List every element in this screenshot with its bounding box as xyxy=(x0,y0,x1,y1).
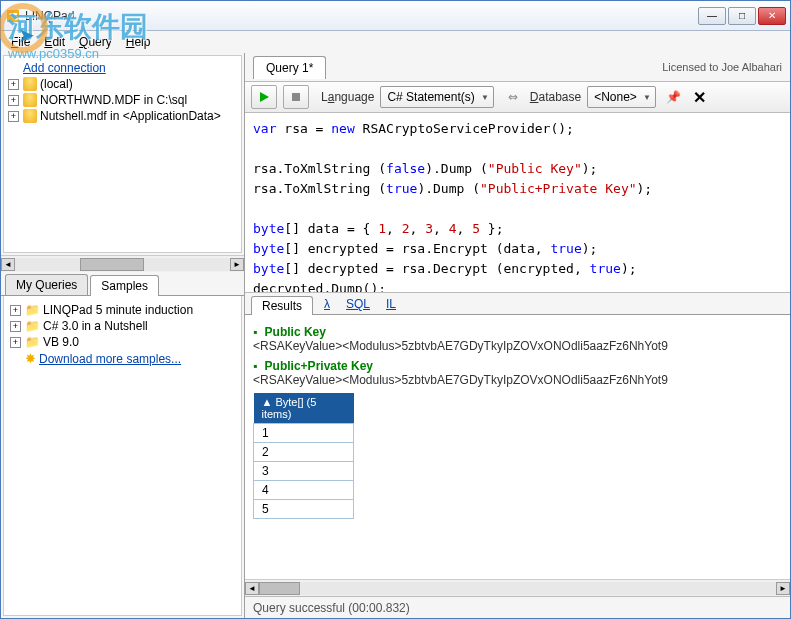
left-panel: Add connection + (local) + NORTHWND.MDF … xyxy=(1,53,245,618)
dump-xml: <RSAKeyValue><Modulus>5zbtvbAE7GDyTkyIpZ… xyxy=(253,339,782,353)
toolbar: Language C# Statement(s) ⇔ Database <Non… xyxy=(245,81,790,113)
titlebar: LINQPad — □ ✕ xyxy=(1,1,790,31)
query-tab[interactable]: Query 1* xyxy=(253,56,326,79)
result-tabs: Results λ SQL IL xyxy=(245,293,790,315)
tab-results[interactable]: Results xyxy=(251,296,313,315)
menu-file[interactable]: File xyxy=(5,33,36,51)
language-combo[interactable]: C# Statement(s) xyxy=(380,86,493,108)
close-button[interactable]: ✕ xyxy=(758,7,786,25)
tab-sql[interactable]: SQL xyxy=(338,295,378,314)
menu-edit[interactable]: Edit xyxy=(38,33,71,51)
statusbar: Query successful (00:00.832) xyxy=(245,596,790,618)
link-icon: ⇔ xyxy=(508,90,518,104)
folder-icon: 📁 xyxy=(25,319,40,333)
tab-samples[interactable]: Samples xyxy=(90,275,159,296)
menu-query[interactable]: Query xyxy=(73,33,118,51)
sample-item[interactable]: + 📁 LINQPad 5 minute induction xyxy=(10,302,235,318)
folder-icon: 📁 xyxy=(25,303,40,317)
svg-marker-2 xyxy=(260,92,269,102)
download-samples-link[interactable]: ✸ Download more samples... xyxy=(10,350,235,367)
scroll-right-icon[interactable]: ► xyxy=(230,258,244,271)
results-panel: ▪ Public Key <RSAKeyValue><Modulus>5zbtv… xyxy=(245,315,790,579)
minimize-button[interactable]: — xyxy=(698,7,726,25)
table-row: 3 xyxy=(254,462,354,481)
maximize-button[interactable]: □ xyxy=(728,7,756,25)
tab-myqueries[interactable]: My Queries xyxy=(5,274,88,295)
database-icon xyxy=(23,109,37,123)
expand-icon[interactable]: + xyxy=(10,321,21,332)
dump-header: ▪ Public+Private Key xyxy=(253,359,782,373)
svg-rect-1 xyxy=(9,13,17,15)
hscrollbar[interactable]: ◄ ► xyxy=(1,255,244,272)
expand-icon[interactable]: + xyxy=(10,337,21,348)
expand-icon[interactable]: + xyxy=(8,79,19,90)
code-editor[interactable]: var rsa = new RSACryptoServiceProvider()… xyxy=(245,113,790,293)
lower-tabs: My Queries Samples xyxy=(1,272,244,296)
results-hscrollbar[interactable]: ◄ ► xyxy=(245,579,790,596)
menu-help[interactable]: Help xyxy=(120,33,157,51)
database-combo[interactable]: <None> xyxy=(587,86,656,108)
table-row: 1 xyxy=(254,424,354,443)
window-title: LINQPad xyxy=(25,9,74,23)
scroll-left-icon[interactable]: ◄ xyxy=(1,258,15,271)
dump-header: ▪ Public Key xyxy=(253,325,782,339)
expand-icon[interactable]: + xyxy=(8,95,19,106)
sample-item[interactable]: + 📁 VB 9.0 xyxy=(10,334,235,350)
connection-item[interactable]: + Nutshell.mdf in <ApplicationData> xyxy=(8,108,237,124)
tab-lambda[interactable]: λ xyxy=(316,295,338,314)
byte-table: ▲ Byte[] (5 items) 1 2 3 4 5 xyxy=(253,393,354,519)
folder-icon: 📁 xyxy=(25,335,40,349)
table-header[interactable]: ▲ Byte[] (5 items) xyxy=(254,393,354,424)
status-text: Query successful (00:00.832) xyxy=(253,601,410,615)
language-label: Language xyxy=(321,90,374,104)
connection-item[interactable]: + NORTHWND.MDF in C:\sql xyxy=(8,92,237,108)
svg-rect-0 xyxy=(7,10,19,22)
database-icon xyxy=(23,77,37,91)
stop-button[interactable] xyxy=(283,85,309,109)
table-row: 5 xyxy=(254,500,354,519)
license-text: Licensed to Joe Albahari xyxy=(662,61,782,73)
scroll-left-icon[interactable]: ◄ xyxy=(245,582,259,595)
add-connection-link[interactable]: Add connection xyxy=(8,60,237,76)
table-row: 2 xyxy=(254,443,354,462)
expand-icon[interactable]: + xyxy=(8,111,19,122)
star-icon: ✸ xyxy=(25,351,36,366)
right-panel: Query 1* Licensed to Joe Albahari Langua… xyxy=(245,53,790,618)
sample-item[interactable]: + 📁 C# 3.0 in a Nutshell xyxy=(10,318,235,334)
database-label: Database xyxy=(530,90,581,104)
scroll-right-icon[interactable]: ► xyxy=(776,582,790,595)
run-button[interactable] xyxy=(251,85,277,109)
tab-il[interactable]: IL xyxy=(378,295,404,314)
connection-item[interactable]: + (local) xyxy=(8,76,237,92)
table-row: 4 xyxy=(254,481,354,500)
close-query-button[interactable]: ✕ xyxy=(693,88,706,107)
dump-xml: <RSAKeyValue><Modulus>5zbtvbAE7GDyTkyIpZ… xyxy=(253,373,782,387)
menubar: File Edit Query Help xyxy=(1,31,790,53)
expand-icon[interactable]: + xyxy=(10,305,21,316)
app-icon xyxy=(5,8,21,24)
samples-panel: + 📁 LINQPad 5 minute induction + 📁 C# 3.… xyxy=(3,296,242,616)
database-icon xyxy=(23,93,37,107)
connections-panel: Add connection + (local) + NORTHWND.MDF … xyxy=(3,55,242,253)
svg-rect-3 xyxy=(292,93,300,101)
pin-icon[interactable]: 📌 xyxy=(666,90,681,104)
